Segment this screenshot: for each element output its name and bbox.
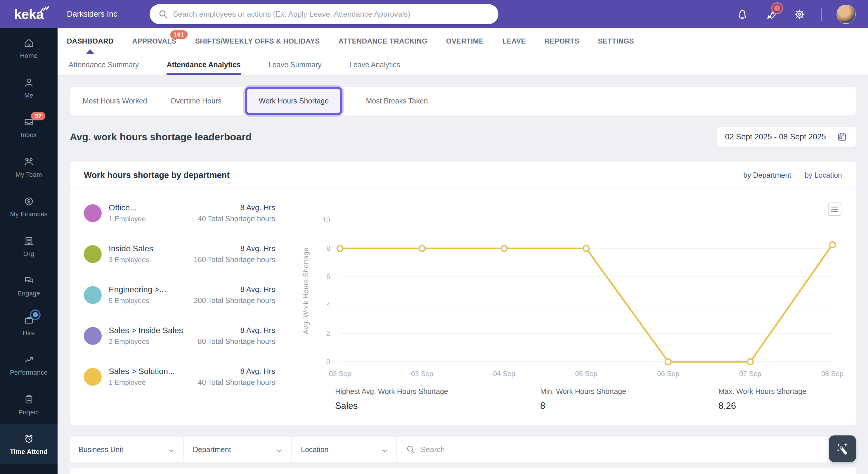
settings-button[interactable] xyxy=(793,7,807,21)
svg-text:4: 4 xyxy=(326,301,330,309)
tab-approvals[interactable]: APPROVALS161 xyxy=(132,28,177,54)
notifications-button[interactable] xyxy=(735,7,749,21)
person-icon xyxy=(23,76,35,89)
svg-text:04 Sep: 04 Sep xyxy=(493,370,515,378)
line-chart-svg: 024681002 Sep03 Sep04 Sep05 Sep06 Sep07 … xyxy=(284,188,856,381)
chevron-down-icon: ⌄ xyxy=(275,445,283,453)
total-shortage-hours: 200 Total Shortage hours xyxy=(194,296,275,305)
sidebar-item-time-attend[interactable]: Time Attend xyxy=(0,424,58,464)
subtab-attendance-summary[interactable]: Attendance Summary xyxy=(69,54,139,75)
employee-count: 3 Employees xyxy=(109,256,153,264)
clipboard-icon xyxy=(23,393,35,406)
stat-min-shortage: Min. Work Hours Shortage 8 xyxy=(540,387,626,411)
sidebar-item-hire[interactable]: Hire xyxy=(0,306,58,346)
toggle-by-location[interactable]: by Location xyxy=(805,171,842,179)
svg-text:0: 0 xyxy=(326,358,330,365)
search-icon xyxy=(158,9,168,19)
avg-hours: 8 Avg. Hrs xyxy=(194,244,275,253)
whats-new-button[interactable] xyxy=(764,7,778,21)
tab-shifts-weekly-offs-holidays[interactable]: SHIFTS/WEEKLY OFFS & HOLIDAYS xyxy=(195,28,320,54)
tab-attendance-tracking[interactable]: ATTENDANCE TRACKING xyxy=(339,28,427,54)
tab-dashboard[interactable]: DASHBOARD xyxy=(67,28,114,54)
keka-logo[interactable]: keka xyxy=(0,0,58,28)
magic-wand-icon xyxy=(835,441,850,457)
sidebar-item-label: My Finances xyxy=(10,210,47,218)
stat-value: Sales xyxy=(335,401,448,411)
avg-hours: 8 Avg. Hrs xyxy=(194,285,275,294)
calendar-icon xyxy=(836,131,847,142)
tab-label: OVERTIME xyxy=(446,37,484,45)
list-item[interactable]: Office...1 Employee 8 Avg. Hrs40 Total S… xyxy=(84,192,275,234)
chevron-down-icon: ⌄ xyxy=(167,445,175,453)
sidebar-item-engage[interactable]: Engage xyxy=(0,266,58,306)
chat-bubbles-icon xyxy=(23,274,35,287)
page-title: Avg. work hours shortage leaderboard xyxy=(70,131,252,143)
avg-hours: 8 Avg. Hrs xyxy=(198,367,275,376)
total-shortage-hours: 160 Total Shortage hours xyxy=(194,256,275,264)
department-color-dot xyxy=(84,327,102,345)
list-item[interactable]: Engineering >...5 Employees 8 Avg. Hrs20… xyxy=(84,274,275,315)
sidebar: Home Me 37 Inbox My Team My Finances Org… xyxy=(0,28,58,474)
list-item[interactable]: Sales > Inside Sales2 Employees 8 Avg. H… xyxy=(84,315,275,356)
subtab-leave-analytics[interactable]: Leave Analytics xyxy=(349,54,400,75)
svg-text:6: 6 xyxy=(326,273,330,280)
list-item[interactable]: Sales > Solution...1 Employee 8 Avg. Hrs… xyxy=(84,356,275,397)
tab-settings[interactable]: SETTINGS xyxy=(598,28,634,54)
table-search-input[interactable] xyxy=(421,445,847,454)
shortage-line-chart: Avg. Work Hours Shortage 024681002 Sep03… xyxy=(284,188,856,425)
department-name: Inside Sales xyxy=(109,244,153,254)
content-area: Most Hours Worked Overtime Hours Work Ho… xyxy=(58,76,868,474)
dollar-icon xyxy=(23,195,35,208)
toggle-by-department[interactable]: by Department xyxy=(743,171,791,179)
business-unit-dropdown[interactable]: Business Unit ⌄ xyxy=(70,437,183,462)
tab-overtime[interactable]: OVERTIME xyxy=(446,28,484,54)
filter-bar: Business Unit ⌄ Department ⌄ Location ⌄ xyxy=(70,437,856,462)
list-item[interactable]: Inside Sales3 Employees 8 Avg. Hrs160 To… xyxy=(84,234,275,274)
team-icon xyxy=(23,155,35,168)
global-search[interactable] xyxy=(150,4,498,24)
tab-most-breaks-taken[interactable]: Most Breaks Taken xyxy=(366,97,428,105)
hire-status-dot xyxy=(33,312,38,317)
department-dropdown[interactable]: Department ⌄ xyxy=(184,437,291,462)
sidebar-item-org[interactable]: Org xyxy=(0,227,58,266)
dropdown-label: Location xyxy=(301,445,329,454)
employee-count: 1 Employee xyxy=(109,215,146,223)
date-range-picker[interactable]: 02 Sept 2025 - 08 Sept 2025 xyxy=(717,126,856,147)
tab-label: APPROVALS xyxy=(132,37,177,45)
main-area: DASHBOARD APPROVALS161 SHIFTS/WEEKLY OFF… xyxy=(58,28,868,474)
card-header: Work hours shortage by department by Dep… xyxy=(70,162,856,188)
sidebar-item-project[interactable]: Project xyxy=(0,385,58,425)
tab-leave[interactable]: LEAVE xyxy=(502,28,526,54)
sidebar-item-label: My Team xyxy=(16,171,42,179)
sidebar-item-label: Project xyxy=(19,409,39,416)
dropdown-label: Department xyxy=(193,445,231,454)
tab-label: SETTINGS xyxy=(598,37,634,45)
svg-text:08 Sep: 08 Sep xyxy=(821,370,843,378)
sidebar-item-home[interactable]: Home xyxy=(0,28,58,68)
company-name: Darksiders Inc xyxy=(67,10,118,19)
sidebar-item-label: Engage xyxy=(18,290,40,297)
tab-overtime-hours[interactable]: Overtime Hours xyxy=(170,97,221,105)
approvals-count-badge: 161 xyxy=(170,30,188,39)
sidebar-item-my-finances[interactable]: My Finances xyxy=(0,187,58,227)
sidebar-item-inbox[interactable]: 37 Inbox xyxy=(0,108,58,147)
tab-reports[interactable]: REPORTS xyxy=(545,28,579,54)
svg-text:8: 8 xyxy=(326,244,330,252)
sidebar-item-me[interactable]: Me xyxy=(0,68,58,108)
sidebar-item-performance[interactable]: Performance xyxy=(0,345,58,385)
sidebar-item-my-team[interactable]: My Team xyxy=(0,147,58,187)
group-by-toggle: by Department by Location xyxy=(743,171,842,179)
subtab-leave-summary[interactable]: Leave Summary xyxy=(269,54,322,75)
table-search[interactable] xyxy=(397,437,856,462)
total-shortage-hours: 40 Total Shortage hours xyxy=(198,378,275,387)
tab-work-hours-shortage[interactable]: Work Hours Shortage xyxy=(258,97,329,105)
subtab-attendance-analytics[interactable]: Attendance Analytics xyxy=(166,54,241,75)
sidebar-item-label: Hire xyxy=(23,329,35,337)
trend-icon xyxy=(23,353,35,366)
global-search-input[interactable] xyxy=(173,10,490,19)
tab-most-hours-worked[interactable]: Most Hours Worked xyxy=(83,97,147,105)
stat-value: 8.26 xyxy=(718,401,806,411)
avatar[interactable] xyxy=(836,5,856,24)
location-dropdown[interactable]: Location ⌄ xyxy=(292,437,396,462)
ai-assist-button[interactable] xyxy=(829,436,856,462)
